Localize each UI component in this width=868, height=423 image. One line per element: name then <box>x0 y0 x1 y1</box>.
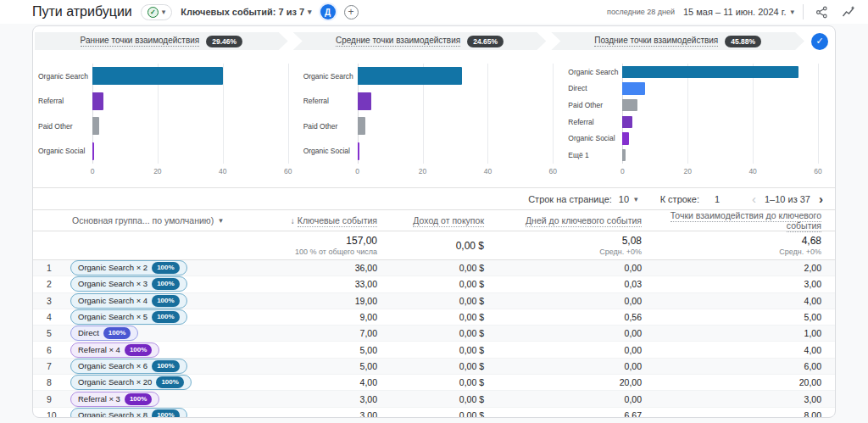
selected-step-check-icon[interactable]: ✓ <box>811 33 828 50</box>
revenue-value: 0,00 $ <box>377 328 484 338</box>
rows-per-page-label: Строк на странице: <box>528 194 612 204</box>
path-chip-organic-search-4: Organic Search × 4100% <box>70 293 187 309</box>
row-number: 3 <box>33 296 70 306</box>
path-label: Direct <box>78 328 99 338</box>
x-tick-label: 40 <box>219 167 226 175</box>
path-chip-organic-search-3: Organic Search × 3100% <box>70 276 187 292</box>
path-cell: Organic Search × 4100% <box>70 293 282 309</box>
topbar: Пути атрибуции ✓ ▾ Ключевых событий: 7 и… <box>0 0 868 24</box>
days-to-key-event-header[interactable]: Дней до ключевого события <box>484 215 642 225</box>
bar-label-organic-search: Organic Search <box>38 64 92 89</box>
bar-label-organic-social: Organic Social <box>568 131 622 147</box>
avatar[interactable]: Д <box>320 4 336 19</box>
add-comparison-button[interactable]: + <box>344 5 359 19</box>
touchpoints-header-label: Точки взаимодействия до ключевого событи… <box>670 210 821 232</box>
funnel-segment-mid[interactable]: Средние точки взаимодействия 24.65% <box>293 32 547 50</box>
path-chip-referral-3: Referral × 3100% <box>70 392 159 407</box>
revenue-value: 0,00 $ <box>377 361 484 371</box>
next-page-button[interactable]: › <box>817 192 825 205</box>
insights-icon <box>842 5 855 19</box>
path-chip-organic-search-5: Organic Search × 5100% <box>70 309 187 325</box>
x-tick-label: 60 <box>549 167 557 175</box>
prev-page-button[interactable]: ‹ <box>750 192 758 205</box>
touchpoints-value: 6,00 <box>642 361 835 371</box>
table-row: 9Referral × 3100%3,000,00 $0,003,00 <box>33 391 835 407</box>
path-chip-direct: Direct100% <box>70 326 138 341</box>
touchpoint-funnel: Ранние точки взаимодействия 29.46% Средн… <box>33 26 835 55</box>
table-row: 10Organic Search × 8100%3,000,00 $6,678,… <box>33 408 835 418</box>
bar-label-paid-other: Paid Other <box>303 114 358 139</box>
purchase-revenue-header-label: Доход от покупок <box>413 215 484 227</box>
bar-label-referral: Referral <box>568 114 622 131</box>
table-row: 2Organic Search × 3100%33,000,00 $0,033,… <box>33 276 835 292</box>
bar-ещё-1 <box>622 149 626 161</box>
rows-per-page-select[interactable]: 10 ▾ <box>619 194 638 204</box>
bar-chart-3: Organic SearchDirectPaid OtherReferralOr… <box>565 64 830 187</box>
path-label: Organic Search × 5 <box>78 312 147 322</box>
bar-label-paid-other: Paid Other <box>568 97 622 114</box>
table-row: 5Direct100%7,000,00 $0,001,00 <box>33 326 835 342</box>
bar-direct <box>622 82 645 94</box>
funnel-segment-percent: 24.65% <box>467 36 504 47</box>
days-value: 0,56 <box>484 312 642 322</box>
chart-category-labels: Organic SearchReferralPaid OtherOrganic … <box>38 64 92 187</box>
purchase-revenue-header[interactable]: Доход от покупок <box>377 215 484 225</box>
path-label: Organic Search × 8 <box>78 410 147 418</box>
key-events-header[interactable]: ↓Ключевые события <box>282 215 377 225</box>
bar-row <box>92 89 288 114</box>
funnel-segment-late[interactable]: Поздние точки взаимодействия 45.88% <box>551 32 804 50</box>
row-number: 5 <box>33 328 70 338</box>
path-percent-badge: 100% <box>152 278 179 290</box>
funnel-segment-early[interactable]: Ранние точки взаимодействия 29.46% <box>35 32 288 50</box>
days-value: 0,00 <box>484 263 642 273</box>
days-value: 0,00 <box>484 345 642 355</box>
chevron-down-icon: ▾ <box>219 216 223 225</box>
key-events-value: 9,00 <box>282 312 377 322</box>
row-number: 10 <box>33 410 70 418</box>
path-chip-organic-search-8: Organic Search × 8100% <box>70 408 187 418</box>
date-range-picker[interactable]: 15 мая – 11 июн. 2024 г. ▾ <box>683 7 794 17</box>
bar-organic-search <box>358 67 462 85</box>
totals-row: 157,00 100 % от общего числа 0,00 $ 5,08… <box>33 231 835 260</box>
bar-organic-social <box>92 142 94 160</box>
touchpoints-header[interactable]: Точки взаимодействия до ключевого событи… <box>642 210 835 231</box>
path-label: Organic Search × 3 <box>78 279 147 289</box>
bar-row <box>92 64 288 89</box>
days-to-key-event-header-label: Дней до ключевого события <box>526 215 642 227</box>
insights-button[interactable] <box>839 3 858 21</box>
bar-row <box>358 89 554 114</box>
path-percent-badge: 100% <box>125 393 152 405</box>
bar-label-organic-search: Organic Search <box>303 64 358 89</box>
revenue-value: 0,00 $ <box>377 296 484 306</box>
path-cell: Organic Search × 6100% <box>70 359 282 374</box>
bar-row <box>622 97 818 114</box>
key-events-filter[interactable]: Ключевых событий: 7 из 7 ▾ <box>181 7 311 17</box>
gridline <box>288 64 289 164</box>
table-body: 1Organic Search × 2100%36,000,00 $0,002,… <box>33 260 835 418</box>
totals-key-events: 157,00 100 % от общего числа <box>282 235 377 256</box>
funnel-segment-percent: 29.46% <box>206 36 242 47</box>
key-events-value: 36,00 <box>282 263 377 273</box>
days-value: 20,00 <box>484 377 642 387</box>
days-value: 0,00 <box>484 394 642 404</box>
x-tick-label: 0 <box>91 167 95 175</box>
funnel-segment-percent: 45.88% <box>725 36 761 47</box>
go-to-row-input[interactable]: 1 <box>706 194 728 204</box>
dimension-header[interactable]: Основная группа... по умолчанию) ▾ <box>33 215 282 225</box>
touchpoints-value: 3,00 <box>642 394 835 404</box>
table-row: 1Organic Search × 2100%36,000,00 $0,002,… <box>33 260 835 276</box>
attribution-paths-card: Ранние точки взаимодействия 29.46% Средн… <box>32 25 836 418</box>
bar-paid-other <box>358 117 365 135</box>
share-button[interactable] <box>812 3 831 21</box>
revenue-value: 0,00 $ <box>377 345 484 355</box>
path-percent-badge: 100% <box>152 262 179 274</box>
row-number: 6 <box>33 345 70 355</box>
funnel-segment-label: Средние точки взаимодействия <box>336 36 460 47</box>
report-status-dropdown[interactable]: ✓ ▾ <box>141 4 173 20</box>
path-label: Organic Search × 2 <box>78 263 147 273</box>
revenue-value: 0,00 $ <box>377 394 484 404</box>
days-value: 0,00 <box>484 296 642 306</box>
path-cell: Organic Search × 5100% <box>70 309 282 325</box>
bar-row <box>358 139 554 164</box>
bar-label-paid-other: Paid Other <box>38 114 92 139</box>
